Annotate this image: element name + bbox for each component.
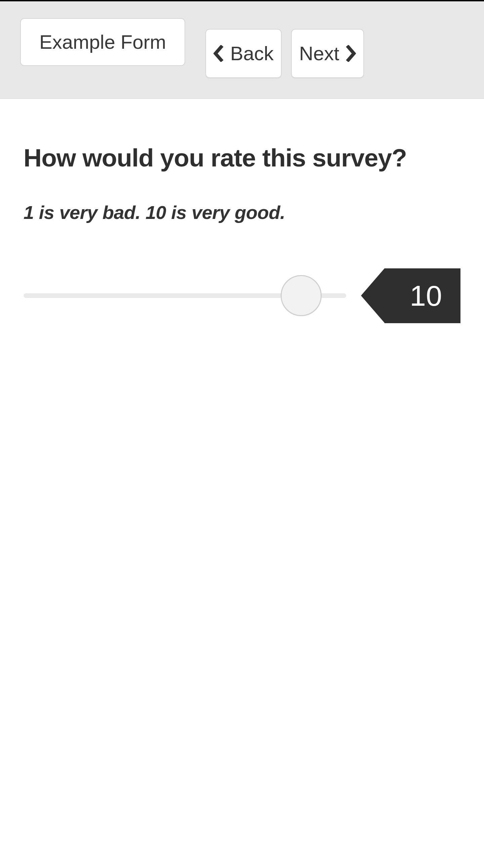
rating-slider[interactable]: [24, 293, 346, 298]
slider-value: 10: [410, 279, 442, 312]
back-button[interactable]: Back: [205, 29, 282, 78]
slider-value-badge: 10: [385, 268, 460, 323]
back-button-label: Back: [230, 44, 273, 63]
slider-thumb[interactable]: [281, 275, 322, 316]
rating-slider-row: 10: [24, 267, 460, 324]
question-title: How would you rate this survey?: [24, 143, 460, 173]
nav-button-group: Back Next: [205, 29, 364, 78]
form-title-box[interactable]: Example Form: [20, 18, 185, 66]
question-subtitle: 1 is very bad. 10 is very good.: [24, 202, 460, 223]
chevron-right-icon: [345, 45, 356, 62]
form-title: Example Form: [39, 31, 166, 53]
next-button[interactable]: Next: [291, 29, 364, 78]
header-bar: Example Form Back Next: [0, 1, 484, 99]
content-area: How would you rate this survey? 1 is ver…: [0, 99, 484, 324]
chevron-left-icon: [214, 45, 224, 62]
next-button-label: Next: [299, 44, 339, 63]
